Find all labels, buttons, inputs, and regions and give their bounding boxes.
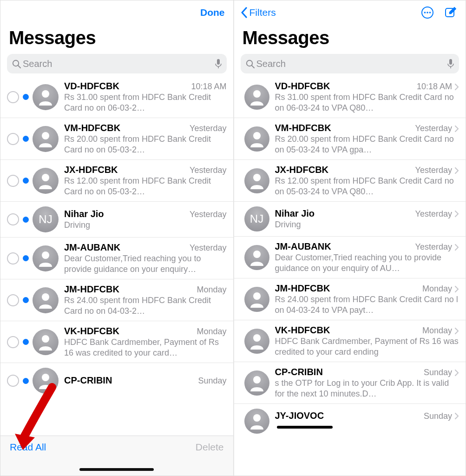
timestamp: Sunday: [424, 411, 459, 421]
timestamp: Monday: [197, 327, 226, 337]
timestamp: Yesterday: [415, 209, 459, 219]
select-radio[interactable]: [7, 91, 19, 103]
unread-dot: [23, 178, 29, 184]
avatar: [33, 168, 59, 194]
page-title: Messages: [234, 25, 466, 51]
sender-name: Nihar Jio: [64, 209, 104, 219]
unread-dot: [23, 378, 29, 384]
timestamp: Sunday: [424, 368, 459, 377]
avatar: [33, 329, 59, 355]
select-radio[interactable]: [7, 375, 19, 387]
timestamp: Sunday: [198, 376, 226, 386]
search-icon: [12, 59, 21, 68]
message-preview: Driving: [64, 220, 227, 231]
select-radio[interactable]: [7, 336, 19, 348]
navbar-edit: Done: [0, 0, 233, 25]
delete-button[interactable]: Delete: [196, 442, 224, 453]
sender-name: JX-HDFCBK: [64, 165, 118, 175]
read-all-button[interactable]: Read All: [10, 442, 46, 453]
search-input[interactable]: Search: [7, 54, 227, 73]
select-radio[interactable]: [7, 213, 19, 225]
sender-name: VM-HDFCBK: [275, 123, 331, 133]
conversation-row[interactable]: VD-HDFCBK 10:18 AM Rs 31.00 spent from H…: [0, 76, 233, 118]
message-preview: Rs 12.00 spent from HDFC Bank Credit Car…: [275, 176, 459, 197]
mic-icon[interactable]: [447, 59, 454, 69]
back-button[interactable]: Filters: [241, 7, 276, 18]
back-label: Filters: [249, 7, 276, 18]
message-preview: Driving: [275, 219, 459, 230]
home-indicator: [79, 468, 154, 471]
conversation-row[interactable]: JM-HDFCBK Monday Rs 24.00 spent from HDF…: [234, 278, 466, 320]
unread-dot: [23, 94, 29, 100]
conversation-row[interactable]: VM-HDFCBK Yesterday Rs 20.00 spent from …: [234, 118, 466, 159]
search-placeholder: Search: [256, 59, 447, 69]
timestamp: Yesterday: [415, 124, 459, 133]
sender-name: JM-HDFCBK: [64, 284, 119, 295]
conversation-row[interactable]: CP-CRIBIN Sunday: [0, 363, 233, 398]
avatar: [244, 370, 269, 396]
mic-icon[interactable]: [215, 59, 222, 69]
select-radio[interactable]: [7, 294, 19, 306]
chevron-right-icon: [455, 167, 459, 174]
conversation-row[interactable]: VK-HDFCBK Monday HDFC Bank Cardmember, P…: [234, 320, 466, 362]
conversation-row[interactable]: JY-JIOVOC Sunday: [234, 403, 466, 438]
conversation-row[interactable]: VD-HDFCBK 10:18 AM Rs 31.00 spent from H…: [234, 76, 466, 118]
conversation-row[interactable]: JM-AUBANK Yesterday Dear Customer,Tried …: [0, 237, 233, 279]
search-input[interactable]: Search: [241, 54, 459, 73]
conversation-list: VD-HDFCBK 10:18 AM Rs 31.00 spent from H…: [234, 76, 466, 476]
select-radio[interactable]: [7, 175, 19, 187]
sender-name: JM-AUBANK: [275, 241, 331, 252]
chevron-right-icon: [455, 328, 459, 334]
message-preview: Rs 31.00 spent from HDFC Bank Credit Car…: [275, 92, 459, 113]
message-preview: Dear Customer,Tried reaching you to prov…: [64, 253, 227, 274]
message-preview: s the OTP for Log in to your Crib App. I…: [275, 378, 459, 399]
timestamp: Monday: [422, 284, 459, 294]
redacted-preview: [277, 426, 333, 429]
avatar: [244, 245, 269, 270]
conversation-row[interactable]: VM-HDFCBK Yesterday Rs 20.00 spent from …: [0, 118, 233, 159]
avatar: [244, 409, 269, 434]
chevron-right-icon: [455, 126, 459, 132]
timestamp: Yesterday: [190, 124, 226, 133]
conversation-row[interactable]: VK-HDFCBK Monday HDFC Bank Cardmember, P…: [0, 321, 233, 363]
conversation-row[interactable]: CP-CRIBIN Sunday s the OTP for Log in to…: [234, 362, 466, 403]
sender-name: JM-HDFCBK: [275, 283, 330, 294]
sender-name: VD-HDFCBK: [64, 81, 119, 92]
sender-name: Nihar Jio: [275, 208, 315, 219]
timestamp: 10:18 AM: [417, 82, 459, 92]
select-radio[interactable]: [7, 252, 19, 264]
avatar: [244, 126, 269, 152]
timestamp: Yesterday: [415, 242, 459, 252]
compose-button[interactable]: [444, 6, 457, 19]
timestamp: Monday: [197, 285, 226, 295]
navbar-main: Filters: [234, 0, 466, 25]
done-button[interactable]: Done: [200, 7, 225, 18]
unread-dot: [23, 136, 29, 142]
conversation-row[interactable]: JM-HDFCBK Monday Rs 24.00 spent from HDF…: [0, 279, 233, 321]
message-preview: HDFC Bank Cardmember, Payment of Rs 16 w…: [64, 337, 227, 358]
message-preview: Rs 24.00 spent from HDFC Bank Credit Car…: [275, 294, 459, 315]
sender-name: VM-HDFCBK: [64, 123, 120, 133]
conversation-row[interactable]: JM-AUBANK Yesterday Dear Customer,Tried …: [234, 236, 466, 278]
message-preview: Rs 12.00 spent from HDFC Bank Credit Car…: [64, 176, 227, 197]
select-radio[interactable]: [7, 133, 19, 145]
message-preview: Rs 20.00 spent from HDFC Bank Credit Car…: [64, 134, 227, 155]
search-icon: [245, 59, 255, 68]
chevron-right-icon: [455, 211, 459, 217]
conversation-row[interactable]: NJ Nihar Jio Yesterday Driving: [234, 201, 466, 236]
unread-dot: [23, 255, 29, 261]
message-preview: [275, 422, 459, 432]
conversation-row[interactable]: NJ Nihar Jio Yesterday Driving: [0, 201, 233, 237]
timestamp: Yesterday: [190, 243, 226, 253]
more-button[interactable]: [421, 6, 434, 19]
sender-name: JX-HDFCBK: [275, 165, 329, 175]
chevron-right-icon: [455, 244, 459, 251]
sender-name: VD-HDFCBK: [275, 81, 330, 92]
message-preview: Rs 20.00 spent from HDFC Bank Credit Car…: [275, 134, 459, 155]
timestamp: Yesterday: [190, 165, 226, 175]
avatar: [33, 287, 59, 313]
conversation-row[interactable]: JX-HDFCBK Yesterday Rs 12.00 spent from …: [0, 159, 233, 201]
message-preview: Rs 24.00 spent from HDFC Bank Credit Car…: [64, 295, 227, 316]
avatar: [244, 287, 269, 312]
conversation-row[interactable]: JX-HDFCBK Yesterday Rs 12.00 spent from …: [234, 159, 466, 201]
